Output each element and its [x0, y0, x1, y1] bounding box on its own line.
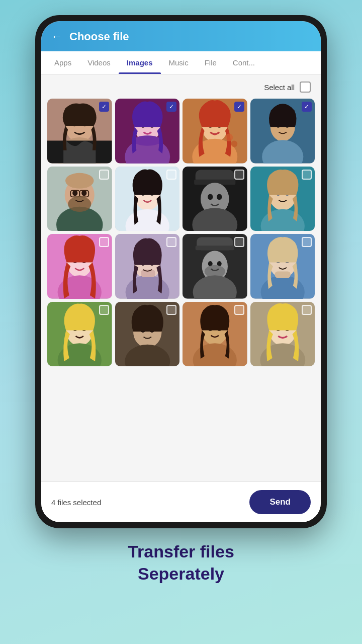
image-checkbox[interactable]	[234, 237, 244, 247]
svg-point-31	[81, 190, 86, 196]
back-button[interactable]: ←	[51, 30, 62, 43]
image-item[interactable]	[183, 302, 247, 367]
image-checkbox[interactable]	[302, 102, 312, 112]
image-checkbox[interactable]	[302, 237, 312, 247]
image-checkbox[interactable]	[166, 237, 176, 247]
svg-point-35	[68, 196, 91, 212]
image-item[interactable]	[250, 167, 315, 231]
image-checkbox[interactable]	[166, 170, 176, 180]
svg-point-45	[208, 194, 213, 200]
svg-point-29	[65, 173, 94, 188]
tab-bar: Apps Videos Images Music File Cont...	[41, 51, 321, 74]
tab-file[interactable]: File	[197, 51, 225, 74]
image-item[interactable]	[47, 234, 112, 299]
tab-music[interactable]: Music	[161, 51, 197, 74]
send-button[interactable]: Send	[249, 490, 311, 514]
phone-screen: ← Choose file Apps Videos Images Music F…	[41, 21, 321, 522]
image-checkbox[interactable]	[234, 102, 244, 112]
image-checkbox[interactable]	[99, 102, 109, 112]
image-item[interactable]	[183, 167, 247, 231]
svg-rect-77	[275, 272, 290, 278]
footer: 4 files selected Send	[41, 481, 321, 522]
image-grid	[41, 97, 321, 372]
image-item[interactable]	[183, 234, 247, 299]
tab-videos[interactable]: Videos	[79, 51, 119, 74]
select-all-checkbox[interactable]	[300, 82, 311, 93]
image-item[interactable]	[250, 234, 315, 299]
image-item[interactable]	[115, 99, 180, 164]
image-item[interactable]	[47, 99, 112, 164]
image-item[interactable]	[183, 99, 247, 164]
image-item[interactable]	[115, 167, 180, 231]
select-all-label: Select all	[264, 83, 295, 92]
image-checkbox[interactable]	[99, 170, 109, 180]
svg-point-13	[133, 135, 161, 146]
tab-apps[interactable]: Apps	[46, 51, 79, 74]
svg-point-19	[225, 133, 233, 141]
image-checkbox[interactable]	[99, 305, 109, 315]
svg-point-30	[72, 190, 77, 196]
image-item[interactable]	[47, 302, 112, 367]
image-item[interactable]	[115, 302, 180, 367]
tab-contacts[interactable]: Cont...	[225, 51, 263, 74]
image-checkbox[interactable]	[234, 170, 244, 180]
svg-rect-66	[196, 246, 234, 250]
image-checkbox[interactable]	[166, 102, 176, 112]
svg-point-46	[217, 194, 222, 200]
image-checkbox[interactable]	[302, 170, 312, 180]
image-checkbox[interactable]	[302, 305, 312, 315]
svg-point-20	[231, 141, 237, 147]
tagline-line2: Seperately	[128, 562, 234, 585]
image-checkbox[interactable]	[234, 305, 244, 315]
tab-images[interactable]: Images	[119, 51, 161, 74]
image-item[interactable]	[47, 167, 112, 231]
files-selected-count: 4 files selected	[51, 498, 101, 507]
image-checkbox[interactable]	[99, 237, 109, 247]
tagline: Transfer files Seperately	[108, 540, 254, 585]
header-title: Choose file	[69, 30, 129, 43]
image-item[interactable]	[250, 302, 315, 367]
image-item[interactable]	[115, 234, 180, 299]
image-checkbox[interactable]	[166, 305, 176, 315]
select-all-row: Select all	[41, 74, 321, 97]
content-area: Select all	[41, 74, 321, 481]
app-header: ← Choose file	[41, 21, 321, 51]
phone-device: ← Choose file Apps Videos Images Music F…	[35, 15, 327, 528]
image-item[interactable]	[250, 99, 315, 164]
tagline-line1: Transfer files	[128, 540, 234, 562]
